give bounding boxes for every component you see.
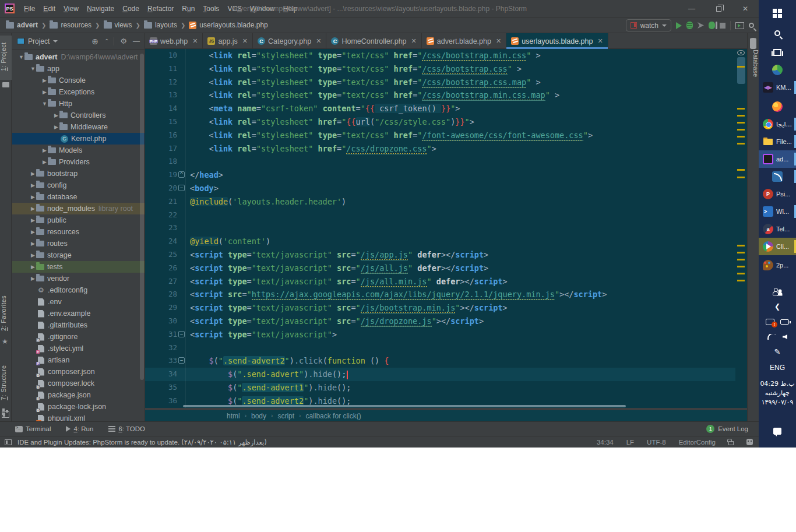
expand-arrow-icon[interactable]: ▶ (30, 252, 36, 258)
line-number[interactable]: 27 (145, 275, 186, 288)
editor-tab-advert-blade-php[interactable]: advert.blade.php✕ (422, 33, 506, 49)
line-number[interactable]: 33− (145, 354, 186, 368)
inspections-eye-icon[interactable] (737, 50, 745, 55)
expand-arrow-icon[interactable]: ▶ (41, 89, 48, 95)
warning-stripe-mark[interactable] (737, 115, 745, 117)
chevron-down-icon[interactable] (53, 40, 58, 43)
tree-item-config[interactable]: ▶config (12, 179, 145, 191)
warning-stripe-mark[interactable] (737, 245, 745, 246)
line-number[interactable]: 22 (145, 209, 186, 222)
tree-item-node_modules[interactable]: ▶node_moduleslibrary root (12, 203, 145, 214)
tree-item-resources[interactable]: ▶resources (12, 226, 145, 238)
fold-marker-icon[interactable]: ^ (178, 171, 185, 178)
warning-stripe-mark[interactable] (737, 273, 745, 274)
tab-close-icon[interactable]: ✕ (597, 37, 603, 45)
taskbar-item-search[interactable] (759, 24, 796, 42)
warning-stripe-mark[interactable] (737, 136, 745, 138)
hidden-icons-chevron[interactable]: ❮ (759, 301, 796, 312)
locate-file-icon[interactable]: ⊕ (91, 37, 98, 46)
tab-close-icon[interactable]: ✕ (192, 37, 198, 45)
expand-arrow-icon[interactable]: ▶ (53, 124, 59, 130)
tree-item-Http[interactable]: ▼Http (12, 98, 145, 110)
run-button[interactable] (676, 22, 682, 29)
expand-arrow-icon[interactable]: ▶ (30, 241, 36, 246)
collapse-arrow-icon[interactable]: ▼ (30, 66, 36, 72)
expand-arrow-icon[interactable]: ▶ (30, 276, 36, 281)
code-line-13[interactable]: 13 <link rel="stylesheet" type="text/css… (145, 89, 747, 102)
tree-item-storage[interactable]: ▶storage (12, 249, 145, 261)
tree-item-package-lock-json[interactable]: {}package-lock.json (12, 401, 145, 413)
breadcrumb-item-userlayouts-blade-php[interactable]: userlayouts.blade.php (189, 21, 267, 29)
editor-tab-Category-php[interactable]: CCategory.php✕ (253, 33, 326, 49)
people-icon[interactable] (759, 284, 796, 298)
action-center-battery-icons[interactable] (759, 315, 796, 329)
toolwindow-switcher-icon[interactable] (2, 411, 9, 418)
notification-center-icon[interactable] (759, 424, 796, 438)
menu-edit[interactable]: Edit (39, 0, 59, 17)
vertical-scrollbar-thumb[interactable] (737, 57, 745, 84)
editor-breadcrumb-body[interactable]: body (251, 412, 266, 420)
editor-tab-web-php[interactable]: PHPweb.php✕ (145, 33, 203, 49)
minimize-button[interactable]: — (678, 0, 705, 17)
editor-breadcrumb-callback-for-click-[interactable]: callback for click() (305, 412, 361, 420)
menu-vcs[interactable]: VCS (223, 0, 246, 17)
code-line-23[interactable]: 23 (145, 221, 747, 235)
line-number[interactable]: 25 (145, 248, 186, 262)
readonly-lock-icon[interactable] (728, 441, 734, 445)
editor-tab-app-js[interactable]: JSapp.js✕ (203, 33, 253, 49)
line-number[interactable]: 17 (145, 142, 186, 156)
stop-button[interactable] (720, 23, 725, 29)
taskbar-item-clip-player[interactable]: Cli... (759, 238, 796, 255)
line-number[interactable]: 13 (145, 89, 186, 102)
fold-marker-icon[interactable]: − (178, 331, 185, 337)
tab-close-icon[interactable]: ✕ (496, 37, 501, 45)
warning-stripe-mark[interactable] (737, 252, 745, 253)
code-line-12[interactable]: 12 <link rel="stylesheet" type="text/css… (145, 76, 747, 89)
file-encoding[interactable]: UTF-8 (647, 439, 666, 446)
breadcrumb-item-layouts[interactable]: layouts (144, 21, 177, 29)
line-number[interactable]: 11 (145, 62, 186, 76)
line-number[interactable]: 29 (145, 301, 186, 315)
toolwindow-toggle-icon[interactable] (5, 439, 12, 445)
tree-item-Providers[interactable]: ▶Providers (12, 156, 145, 168)
line-number[interactable]: 30 (145, 315, 186, 328)
menu-run[interactable]: Run (178, 0, 199, 17)
collapse-arrow-icon[interactable]: ▼ (41, 101, 48, 107)
tree-item-package-json[interactable]: {}package.json (12, 389, 145, 401)
code-line-30[interactable]: 30<script type="text/javascript" src="/j… (145, 315, 747, 328)
taskbar-item-telegram[interactable]: aTel... (759, 220, 796, 238)
menu-tools[interactable]: Tools (199, 0, 223, 17)
line-number[interactable]: 20− (145, 182, 186, 195)
fold-marker-icon[interactable]: − (178, 357, 185, 364)
debug-button[interactable] (686, 22, 693, 29)
code-line-21[interactable]: 21@include('layouts.header.header') (145, 195, 747, 209)
menu-file[interactable]: File (20, 0, 39, 17)
tree-item-advert[interactable]: ▼advertD:\wamp64\www\advert (12, 51, 145, 63)
event-log-button[interactable]: 1 Event Log (706, 425, 748, 433)
toolwindow-button-terminal[interactable]: Terminal (15, 425, 51, 432)
expand-arrow-icon[interactable]: ▶ (30, 217, 36, 223)
taskbar-item-paint-2p[interactable]: 2p... (759, 256, 796, 274)
warning-stripe-mark[interactable] (737, 280, 745, 281)
fold-marker-icon[interactable]: − (178, 185, 185, 191)
code-line-14[interactable]: 14 <meta name="csrf-token" content="{{ c… (145, 102, 747, 115)
warning-stripe-mark[interactable] (737, 122, 745, 124)
tree-item-Kernel-php[interactable]: CKernel.php (12, 133, 145, 145)
tree-item--env-example[interactable]: .env.example (12, 308, 145, 319)
tree-item-database[interactable]: ▶database (12, 191, 145, 203)
warning-stripe-mark[interactable] (737, 177, 745, 178)
menu-refactor[interactable]: Refactor (143, 0, 178, 17)
taskbar-clock[interactable]: ب.ظ 04:29چهارشنبه۱۳۹۹/۰۷/۰۹ (759, 378, 796, 409)
line-number[interactable]: 28 (145, 288, 186, 301)
taskbar-item-kmplayer[interactable]: ◀▶KM... (759, 79, 796, 96)
caret-position[interactable]: 34:34 (597, 439, 614, 446)
tree-item-routes[interactable]: ▶routes (12, 238, 145, 249)
tree-item--gitignore[interactable]: ⊘.gitignore (12, 331, 145, 343)
line-number[interactable]: 19^ (145, 168, 186, 182)
editor-scroll-stripe[interactable] (735, 49, 747, 408)
line-number[interactable]: 26 (145, 262, 186, 275)
expand-arrow-icon[interactable]: ▶ (30, 206, 36, 212)
line-number[interactable]: 21 (145, 195, 186, 209)
tree-item--env[interactable]: .env (12, 296, 145, 308)
tree-item-artisan[interactable]: Partisan (12, 354, 145, 366)
